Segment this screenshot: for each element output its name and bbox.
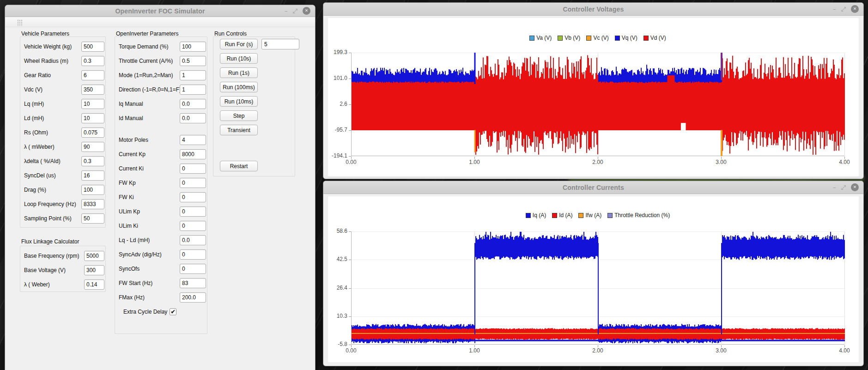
run-for-button[interactable]: Run For (s) [220,39,258,49]
weber-input[interactable] [84,279,104,290]
throttle-current-a-input[interactable] [180,56,206,66]
lq-ld-mh-input[interactable] [180,235,206,245]
close-icon[interactable]: ✕ [851,183,859,191]
run-10s-button[interactable]: Run (10s) [220,53,258,64]
currents-titlebar[interactable]: Controller Currents – ⤢ ✕ [323,181,863,194]
y-tick-label: 26.4 [328,285,347,291]
vehicle-groupbox: Vehicle Weight (kg)Wheel Radius (m)Gear … [20,36,106,228]
direction-1-r-0-n-1-f-label: Direction (-1=R,0=N,1=F) [119,86,181,93]
throttle-reduction-swatch-icon [607,213,613,218]
close-icon[interactable]: ✕ [851,5,859,13]
syncadv-dig-hz-input[interactable] [180,249,206,260]
y-tick-label: -5.8 [328,341,347,347]
mweber-input[interactable] [81,142,104,152]
loop-frequency-hz-label: Loop Frequency (Hz) [24,201,76,207]
transient-button[interactable]: Transient [220,125,258,135]
minimize-icon[interactable]: – [833,6,836,12]
y-tick-label: 101.0 [328,75,347,81]
y-tick-label: 2.6 [328,101,347,107]
current-ki-input[interactable] [180,164,206,174]
minimize-icon[interactable]: – [833,184,836,190]
param-row: Throttle Current (A/%) [115,54,207,68]
mode-1-run-2-man-label: Mode (1=Run,2=Man) [119,72,173,79]
id-manual-label: Id Manual [119,115,143,121]
lq-ld-mh-label: Lq - Ld (mH) [119,237,150,243]
vehicle-section-title: Vehicle Parameters [21,30,69,37]
loop-frequency-hz-input[interactable] [81,199,104,209]
flux-section-title: Flux Linkage Calculator [21,238,79,245]
syncofs-label: SyncOfs [119,266,140,272]
id-manual-input[interactable] [180,113,206,123]
vd-v-swatch-icon [643,36,649,41]
param-row: Ld (mH) [20,111,105,125]
close-icon[interactable]: ✕ [303,7,310,15]
iq-manual-input[interactable] [180,99,206,109]
restart-button[interactable]: Restart [220,161,258,171]
ld-mh-label: Ld (mH) [24,115,44,121]
extra-cycle-delay-checkbox[interactable]: ✔ [170,308,176,315]
legend-label: Vc (V) [593,35,608,41]
y-tickmark [349,260,351,260]
vehicle-weight-kg-input[interactable] [81,42,104,52]
x-tickmark [844,157,845,159]
fw-kp-label: FW Kp [119,180,136,186]
fw-kp-input[interactable] [180,178,206,188]
sampling-point-label: Sampling Point (%) [24,215,72,222]
syncofs-input[interactable] [180,264,206,274]
vdc-v-input[interactable] [81,85,104,95]
lq-mh-label: Lq (mH) [24,101,44,107]
restore-icon[interactable]: ⤢ [841,6,846,12]
fw-start-hz-input[interactable] [180,278,206,288]
restore-icon[interactable]: ⤢ [293,8,297,14]
rs-ohm-label: Rs (Ohm) [24,129,48,136]
param-row: FW Start (Hz) [115,276,207,290]
mode-1-run-2-man-input[interactable] [180,70,206,80]
base-voltage-v-input[interactable] [84,265,104,275]
fmax-hz-input[interactable] [180,292,206,303]
restore-icon[interactable]: ⤢ [841,184,846,190]
legend-item-throttle-reduction: Throttle Reduction (%) [607,212,670,218]
current-kp-input[interactable] [180,149,206,159]
legend-item-id-a: Id (A) [552,212,572,218]
legend-label: Throttle Reduction (%) [614,212,670,218]
run-for-seconds-input[interactable] [261,39,299,49]
voltages-titlebar[interactable]: Controller Voltages – ⤢ ✕ [323,3,863,16]
param-row: Gear Ratio [20,68,105,82]
run-10ms-button[interactable]: Run (10ms) [220,96,258,107]
ulim-kp-input[interactable] [180,206,206,217]
vc-v-swatch-icon [586,36,591,41]
syncdel-us-label: SyncDel (us) [24,172,56,179]
ld-mh-input[interactable] [81,113,104,123]
rs-ohm-input[interactable] [81,127,104,138]
y-tick-label: -194.1 [328,152,347,159]
direction-1-r-0-n-1-f-input[interactable] [180,85,206,95]
run-100ms-button[interactable]: Run (100ms) [220,82,258,92]
drag-input[interactable] [81,185,104,195]
param-row: Current Ki [115,161,207,176]
ulim-ki-input[interactable] [180,221,206,231]
x-tick-label: 1.00 [462,159,486,165]
y-tickmark [349,130,351,131]
gear-ratio-input[interactable] [81,70,104,80]
lq-mh-input[interactable] [81,99,104,109]
delta-aid-input[interactable] [81,156,104,166]
motor-poles-label: Motor Poles [119,137,148,143]
toolbar-grip-handle[interactable] [17,19,23,26]
run-1s-button[interactable]: Run (1s) [220,67,258,78]
fw-ki-input[interactable] [180,192,206,202]
step-button[interactable]: Step [220,110,258,121]
param-row: Base Voltage (V) [20,263,105,277]
voltages-window-title: Controller Voltages [563,6,624,13]
legend-item-vb-v: Vb (V) [558,35,580,41]
base-frequency-rpm-input[interactable] [84,251,104,261]
sampling-point-input[interactable] [81,213,104,224]
currents-window-title: Controller Currents [563,184,624,191]
extra-cycle-delay-label: Extra Cycle Delay [123,309,167,315]
torque-demand-input[interactable] [180,42,206,52]
param-row: Id Manual [115,111,207,125]
wheel-radius-m-input[interactable] [81,56,104,66]
motor-poles-input[interactable] [180,135,206,145]
syncdel-us-input[interactable] [81,170,104,181]
minimize-icon[interactable]: – [285,8,288,14]
simulator-titlebar[interactable]: OpenInverter FOC Simulator – ⤢ ✕ [5,5,315,17]
